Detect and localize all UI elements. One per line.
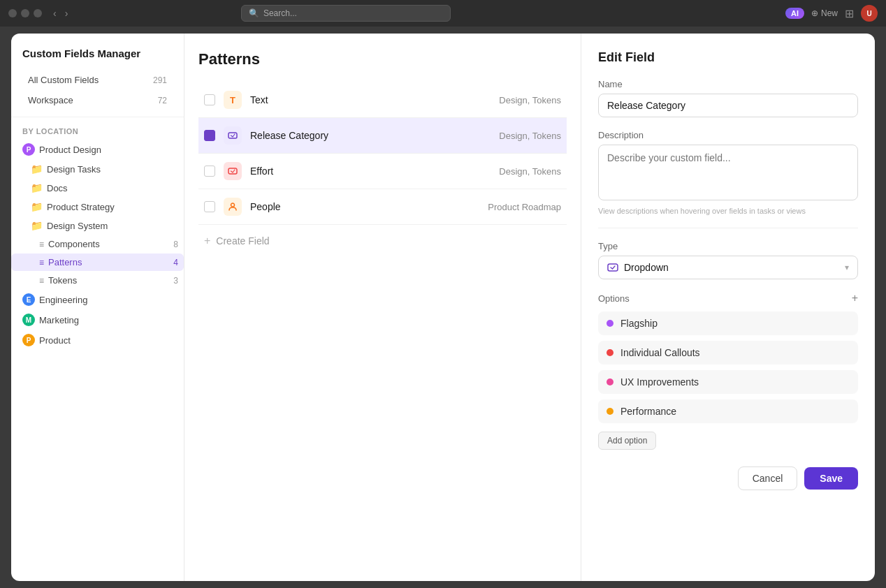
save-button[interactable]: Save (804, 467, 858, 490)
design-tasks-label: Design Tasks (47, 164, 101, 175)
folder-icon-product-strategy: 📁 (31, 201, 43, 212)
edit-panel: Edit Field Name Description View descrip… (581, 34, 875, 581)
nav-arrows: ‹ › (50, 6, 71, 20)
marketing-label: Marketing (39, 315, 79, 325)
patterns-label: Patterns (48, 257, 82, 267)
dropdown-type-icon (607, 262, 618, 273)
list-icon-components: ≡ (39, 240, 44, 249)
field-location-release-category: Design, Tokens (499, 131, 561, 141)
description-textarea[interactable] (598, 145, 858, 200)
folder-icon-design-tasks: 📁 (31, 163, 43, 175)
folder-icon-design-system: 📁 (31, 220, 43, 231)
search-placeholder: Search... (263, 8, 297, 18)
sidebar-item-workspace[interactable]: Workspace 72 (22, 91, 173, 110)
chevron-down-icon: ▾ (845, 263, 849, 272)
field-type-icon-release-category (224, 126, 242, 145)
sidebar-item-components[interactable]: ≡ Components 8 (11, 235, 184, 253)
options-header: Options + (598, 292, 858, 304)
sidebar-item-docs[interactable]: 📁 Docs (11, 179, 184, 197)
svg-point-2 (231, 203, 235, 207)
option-individual-callouts: Individual Callouts (598, 341, 858, 365)
option-dot-ux-improvements (607, 378, 613, 385)
checkbox-release-category[interactable] (204, 130, 215, 141)
all-custom-fields-label: All Custom Fields (28, 75, 99, 85)
product-label: Product (39, 335, 71, 346)
middle-panel: Patterns T Text Design, Tokens Release C… (184, 34, 581, 581)
by-location-label: BY LOCATION (11, 124, 184, 140)
checkbox-effort[interactable] (204, 166, 215, 177)
options-label: Options (598, 293, 630, 304)
topbar-right: AI ⊕ New ⊞ U (785, 5, 878, 22)
back-button[interactable]: ‹ (50, 6, 59, 20)
type-label: Type (598, 241, 858, 251)
edit-panel-footer: Cancel Save (598, 466, 858, 490)
description-label: Description (598, 130, 858, 140)
field-location-effort: Design, Tokens (499, 166, 561, 177)
option-label-flagship: Flagship (620, 318, 658, 329)
main-container: Custom Fields Manager All Custom Fields … (11, 34, 875, 581)
panel-title: Patterns (198, 50, 567, 68)
field-name-release-category: Release Category (250, 130, 491, 141)
new-button[interactable]: ⊕ New (811, 8, 838, 18)
checkbox-people[interactable] (204, 201, 215, 212)
sidebar: Custom Fields Manager All Custom Fields … (11, 34, 184, 581)
sidebar-item-product-strategy[interactable]: 📁 Product Strategy (11, 198, 184, 216)
avatar[interactable]: U (861, 5, 878, 22)
add-option-plus-button[interactable]: + (852, 292, 858, 304)
sidebar-item-design-tasks[interactable]: 📁 Design Tasks (11, 160, 184, 178)
add-option-button[interactable]: Add option (598, 432, 656, 450)
sidebar-item-tokens[interactable]: ≡ Tokens 3 (11, 272, 184, 289)
cancel-button[interactable]: Cancel (738, 466, 798, 490)
option-dot-individual-callouts (607, 349, 613, 356)
topbar: ‹ › 🔍 Search... AI ⊕ New ⊞ U (0, 0, 886, 27)
sidebar-item-all-custom-fields[interactable]: All Custom Fields 291 (22, 71, 173, 89)
tokens-count: 3 (173, 276, 178, 286)
checkbox-text[interactable] (204, 94, 215, 105)
sidebar-item-product[interactable]: P Product (11, 330, 184, 350)
patterns-count: 4 (173, 258, 178, 267)
create-field-row[interactable]: + Create Field (198, 225, 567, 257)
sidebar-item-product-design[interactable]: P Product Design (11, 140, 184, 159)
sidebar-top-section: All Custom Fields 291 Workspace 72 (11, 71, 184, 110)
name-field-group: Name (598, 79, 858, 117)
description-field-group: Description View descriptions when hover… (598, 130, 858, 215)
ai-badge[interactable]: AI (785, 8, 804, 19)
create-field-plus-icon: + (204, 235, 210, 247)
svg-rect-3 (608, 264, 618, 271)
field-row-release-category[interactable]: Release Category Design, Tokens (198, 118, 567, 154)
close-dot (8, 9, 17, 17)
option-label-individual-callouts: Individual Callouts (620, 347, 700, 358)
workspace-count: 72 (158, 96, 167, 105)
type-select[interactable]: Dropdown ▾ (598, 256, 858, 279)
sidebar-item-design-system[interactable]: 📁 Design System (11, 216, 184, 235)
sidebar-item-marketing[interactable]: M Marketing (11, 310, 184, 330)
forward-button[interactable]: › (62, 6, 71, 20)
tree-item-left: P Product Design (22, 143, 101, 156)
field-location-people: Product Roadmap (488, 202, 561, 212)
type-field-group: Type Dropdown ▾ (598, 241, 858, 279)
product-design-label: Product Design (39, 145, 101, 155)
all-custom-fields-count: 291 (153, 75, 167, 85)
engineering-label: Engineering (39, 295, 87, 305)
field-row-text[interactable]: T Text Design, Tokens (198, 82, 567, 118)
field-name-people: People (250, 201, 479, 212)
field-row-effort[interactable]: Effort Design, Tokens (198, 154, 567, 189)
field-row-people[interactable]: People Product Roadmap (198, 189, 567, 225)
window-controls (8, 9, 42, 17)
search-bar[interactable]: 🔍 Search... (241, 5, 451, 22)
field-location-text: Design, Tokens (499, 95, 561, 105)
option-flagship: Flagship (598, 311, 858, 335)
list-icon-patterns: ≡ (39, 258, 44, 267)
field-name-text: Text (250, 94, 491, 105)
engineering-icon: E (22, 293, 35, 306)
grid-icon[interactable]: ⊞ (845, 7, 854, 20)
sidebar-item-engineering[interactable]: E Engineering (11, 290, 184, 309)
search-icon: 🔍 (249, 8, 259, 18)
sidebar-item-patterns[interactable]: ≡ Patterns 4 (11, 253, 184, 271)
product-design-icon: P (22, 143, 35, 156)
sidebar-divider (11, 117, 184, 117)
type-value: Dropdown (624, 262, 669, 273)
list-icon-tokens: ≡ (39, 276, 44, 286)
option-ux-improvements: UX Improvements (598, 370, 858, 394)
name-input[interactable] (598, 94, 858, 117)
